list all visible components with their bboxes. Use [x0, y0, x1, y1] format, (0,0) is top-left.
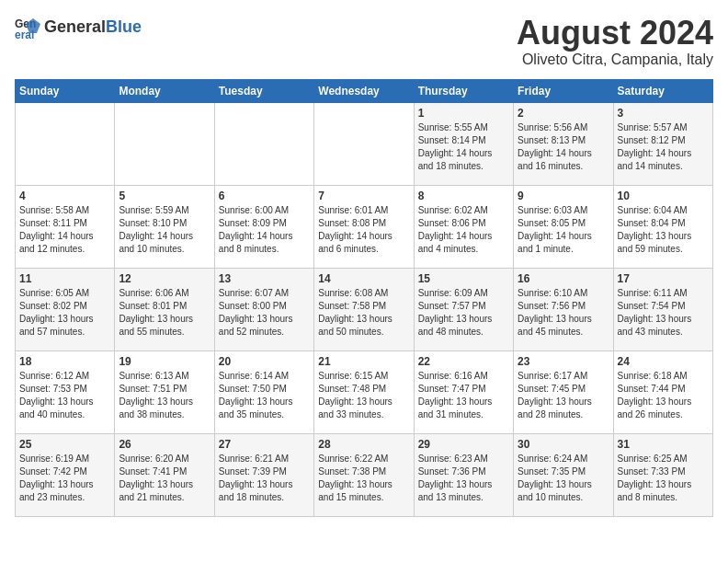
calendar-cell: 8Sunrise: 6:02 AM Sunset: 8:06 PM Daylig… — [414, 185, 513, 268]
calendar-cell: 18Sunrise: 6:12 AM Sunset: 7:53 PM Dayli… — [16, 350, 115, 433]
calendar-cell: 6Sunrise: 6:00 AM Sunset: 8:09 PM Daylig… — [214, 185, 313, 268]
day-number: 9 — [518, 190, 609, 202]
logo-general-text: General — [44, 17, 106, 36]
day-info: Sunrise: 6:17 AM Sunset: 7:45 PM Dayligh… — [518, 370, 609, 421]
calendar-week-row: 18Sunrise: 6:12 AM Sunset: 7:53 PM Dayli… — [16, 350, 713, 433]
day-number: 19 — [119, 355, 210, 368]
day-info: Sunrise: 6:12 AM Sunset: 7:53 PM Dayligh… — [19, 370, 110, 421]
day-number: 10 — [618, 190, 709, 202]
day-info: Sunrise: 6:01 AM Sunset: 8:08 PM Dayligh… — [318, 204, 409, 256]
weekday-header-saturday: Saturday — [613, 79, 712, 102]
calendar-cell: 21Sunrise: 6:15 AM Sunset: 7:48 PM Dayli… — [314, 350, 414, 433]
weekday-header-thursday: Thursday — [414, 79, 513, 102]
calendar-cell: 12Sunrise: 6:06 AM Sunset: 8:01 PM Dayli… — [115, 268, 214, 350]
day-info: Sunrise: 5:59 AM Sunset: 8:10 PM Dayligh… — [119, 204, 210, 256]
calendar-cell: 13Sunrise: 6:07 AM Sunset: 8:00 PM Dayli… — [214, 268, 313, 350]
day-info: Sunrise: 6:23 AM Sunset: 7:36 PM Dayligh… — [418, 453, 509, 504]
day-number: 14 — [318, 272, 409, 285]
calendar-cell: 28Sunrise: 6:22 AM Sunset: 7:38 PM Dayli… — [314, 433, 414, 516]
calendar-week-row: 4Sunrise: 5:58 AM Sunset: 8:11 PM Daylig… — [16, 185, 713, 268]
day-info: Sunrise: 6:08 AM Sunset: 7:58 PM Dayligh… — [318, 287, 409, 339]
day-number: 30 — [518, 438, 609, 451]
calendar-cell: 15Sunrise: 6:09 AM Sunset: 7:57 PM Dayli… — [414, 268, 513, 350]
day-info: Sunrise: 6:18 AM Sunset: 7:44 PM Dayligh… — [618, 370, 709, 421]
day-number: 23 — [518, 355, 609, 368]
calendar-cell: 5Sunrise: 5:59 AM Sunset: 8:10 PM Daylig… — [115, 185, 214, 268]
day-number: 4 — [19, 190, 110, 202]
calendar-cell: 19Sunrise: 6:13 AM Sunset: 7:51 PM Dayli… — [115, 350, 214, 433]
day-number: 18 — [19, 355, 110, 368]
day-number: 11 — [19, 272, 110, 285]
day-info: Sunrise: 6:19 AM Sunset: 7:42 PM Dayligh… — [19, 453, 110, 504]
day-number: 5 — [119, 190, 210, 202]
day-info: Sunrise: 6:11 AM Sunset: 7:54 PM Dayligh… — [618, 287, 709, 339]
calendar-table: SundayMondayTuesdayWednesdayThursdayFrid… — [15, 79, 713, 517]
day-info: Sunrise: 6:00 AM Sunset: 8:09 PM Dayligh… — [219, 204, 310, 256]
day-info: Sunrise: 6:15 AM Sunset: 7:48 PM Dayligh… — [318, 370, 409, 421]
day-number: 25 — [19, 438, 110, 451]
calendar-cell: 20Sunrise: 6:14 AM Sunset: 7:50 PM Dayli… — [214, 350, 313, 433]
weekday-header-sunday: Sunday — [16, 79, 115, 102]
day-number: 8 — [418, 190, 509, 202]
day-info: Sunrise: 6:13 AM Sunset: 7:51 PM Dayligh… — [119, 370, 210, 421]
calendar-cell: 23Sunrise: 6:17 AM Sunset: 7:45 PM Dayli… — [514, 350, 613, 433]
day-info: Sunrise: 5:57 AM Sunset: 8:12 PM Dayligh… — [618, 121, 709, 173]
page-header: Gen eral GeneralBlue August 2024 Oliveto… — [15, 15, 713, 68]
day-info: Sunrise: 6:25 AM Sunset: 7:33 PM Dayligh… — [618, 453, 709, 504]
day-number: 29 — [418, 438, 509, 451]
day-number: 1 — [418, 107, 509, 120]
calendar-title: August 2024 — [517, 15, 713, 52]
day-info: Sunrise: 6:24 AM Sunset: 7:35 PM Dayligh… — [518, 453, 609, 504]
day-number: 28 — [318, 438, 409, 451]
calendar-cell: 27Sunrise: 6:21 AM Sunset: 7:39 PM Dayli… — [214, 433, 313, 516]
day-number: 7 — [318, 190, 409, 202]
calendar-cell: 26Sunrise: 6:20 AM Sunset: 7:41 PM Dayli… — [115, 433, 214, 516]
day-info: Sunrise: 6:21 AM Sunset: 7:39 PM Dayligh… — [219, 453, 310, 504]
calendar-cell — [214, 102, 313, 185]
day-info: Sunrise: 6:14 AM Sunset: 7:50 PM Dayligh… — [219, 370, 310, 421]
day-info: Sunrise: 6:06 AM Sunset: 8:01 PM Dayligh… — [119, 287, 210, 339]
calendar-cell: 11Sunrise: 6:05 AM Sunset: 8:02 PM Dayli… — [16, 268, 115, 350]
calendar-cell — [314, 102, 414, 185]
calendar-cell: 3Sunrise: 5:57 AM Sunset: 8:12 PM Daylig… — [613, 102, 712, 185]
day-number: 2 — [518, 107, 609, 120]
day-number: 12 — [119, 272, 210, 285]
weekday-header-tuesday: Tuesday — [214, 79, 313, 102]
day-number: 31 — [618, 438, 709, 451]
calendar-cell: 17Sunrise: 6:11 AM Sunset: 7:54 PM Dayli… — [613, 268, 712, 350]
day-info: Sunrise: 5:55 AM Sunset: 8:14 PM Dayligh… — [418, 121, 509, 173]
calendar-cell — [115, 102, 214, 185]
logo-icon: Gen eral — [15, 15, 40, 40]
day-number: 20 — [219, 355, 310, 368]
day-number: 22 — [418, 355, 509, 368]
day-number: 16 — [518, 272, 609, 285]
day-number: 6 — [219, 190, 310, 202]
calendar-cell: 7Sunrise: 6:01 AM Sunset: 8:08 PM Daylig… — [314, 185, 414, 268]
day-number: 13 — [219, 272, 310, 285]
day-number: 27 — [219, 438, 310, 451]
day-number: 24 — [618, 355, 709, 368]
calendar-week-row: 25Sunrise: 6:19 AM Sunset: 7:42 PM Dayli… — [16, 433, 713, 516]
calendar-subtitle: Oliveto Citra, Campania, Italy — [517, 52, 713, 68]
day-number: 21 — [318, 355, 409, 368]
day-number: 15 — [418, 272, 509, 285]
day-info: Sunrise: 6:16 AM Sunset: 7:47 PM Dayligh… — [418, 370, 509, 421]
calendar-cell: 22Sunrise: 6:16 AM Sunset: 7:47 PM Dayli… — [414, 350, 513, 433]
calendar-cell: 1Sunrise: 5:55 AM Sunset: 8:14 PM Daylig… — [414, 102, 513, 185]
logo: Gen eral GeneralBlue — [15, 15, 142, 40]
day-number: 3 — [618, 107, 709, 120]
calendar-cell: 16Sunrise: 6:10 AM Sunset: 7:56 PM Dayli… — [514, 268, 613, 350]
weekday-header-monday: Monday — [115, 79, 214, 102]
day-info: Sunrise: 6:05 AM Sunset: 8:02 PM Dayligh… — [19, 287, 110, 339]
calendar-cell: 29Sunrise: 6:23 AM Sunset: 7:36 PM Dayli… — [414, 433, 513, 516]
day-info: Sunrise: 6:07 AM Sunset: 8:00 PM Dayligh… — [219, 287, 310, 339]
weekday-header-row: SundayMondayTuesdayWednesdayThursdayFrid… — [16, 79, 713, 102]
logo-blue-text: Blue — [106, 17, 142, 36]
calendar-cell: 30Sunrise: 6:24 AM Sunset: 7:35 PM Dayli… — [514, 433, 613, 516]
calendar-cell: 31Sunrise: 6:25 AM Sunset: 7:33 PM Dayli… — [613, 433, 712, 516]
calendar-cell: 4Sunrise: 5:58 AM Sunset: 8:11 PM Daylig… — [16, 185, 115, 268]
day-info: Sunrise: 6:20 AM Sunset: 7:41 PM Dayligh… — [119, 453, 210, 504]
day-info: Sunrise: 6:04 AM Sunset: 8:04 PM Dayligh… — [618, 204, 709, 256]
calendar-cell — [16, 102, 115, 185]
day-info: Sunrise: 6:22 AM Sunset: 7:38 PM Dayligh… — [318, 453, 409, 504]
